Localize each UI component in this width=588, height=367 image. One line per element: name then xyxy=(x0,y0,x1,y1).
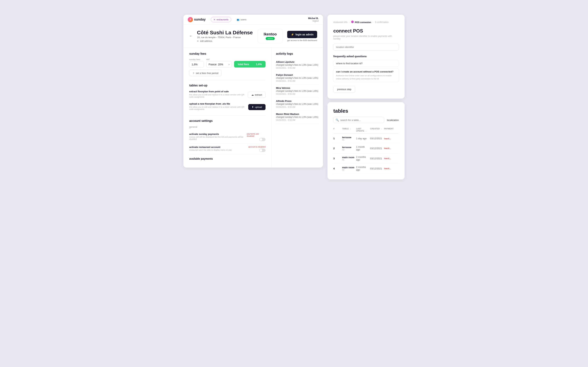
payments-sub: menus will still be displayed but the bi… xyxy=(189,136,247,140)
tables-search-input[interactable] xyxy=(340,119,382,121)
log-time-4: 04/26/2021 - 9:56 AM xyxy=(276,119,319,121)
row-0-name: terrasse #1 xyxy=(342,136,355,141)
vat-select[interactable]: France 20% ▾ xyxy=(206,61,232,67)
row-0-status: inacti... xyxy=(384,137,399,140)
row-0-update: 1 day ago xyxy=(356,137,369,140)
row-2-created: 03/12/2021 xyxy=(370,157,383,160)
extract-btn-label: extract xyxy=(255,93,262,96)
tables-setup-section: tables set-up extract floorplan from poi… xyxy=(189,84,266,112)
location-identifier-input[interactable] xyxy=(333,44,399,50)
log-action-4: changed sunday's fees to 1,9% (was 1,6%) xyxy=(276,116,319,118)
pos-status: online xyxy=(266,37,275,40)
log-action-0: changed sunday's fees to 1,9% (was 1,6%) xyxy=(276,64,319,66)
tables-panel-title: tables xyxy=(333,108,399,114)
faq-item-0[interactable]: where to find location id? xyxy=(333,60,399,67)
log-time-1: 04/26/2021 - 9:56 AM xyxy=(276,80,319,82)
row-2-num: 3 xyxy=(333,157,341,160)
tables-search-row: 🔍 localization xyxy=(333,117,399,123)
step-1[interactable]: restaurant info xyxy=(333,21,347,24)
login-icon: ⚡ xyxy=(291,33,294,36)
row-3-num: 4 xyxy=(333,167,341,170)
tables-search: 🔍 xyxy=(333,117,384,123)
user-name: Michel B. xyxy=(308,17,319,20)
row-0-num: 1 xyxy=(333,137,341,140)
table-row-0[interactable]: 1 terrasse #1 1 day ago 03/12/2021 inact… xyxy=(333,134,399,143)
total-fees-label: total fees xyxy=(238,63,249,66)
login-admin-sub: get access to the B2B dashboard xyxy=(287,39,317,42)
account-toggle[interactable] xyxy=(259,149,266,152)
total-fees-value: 1.6% xyxy=(256,63,262,66)
edit-address-link[interactable]: ✏ edit address xyxy=(197,40,253,42)
vat-select-wrap: VAT France 20% ▾ xyxy=(206,58,232,67)
tab-users[interactable]: 👥 users xyxy=(234,17,249,22)
pos-icon xyxy=(351,21,354,23)
vat-country: France xyxy=(208,63,217,66)
pos-badge: Ikentoo online xyxy=(258,29,283,43)
logo: S sunday xyxy=(188,17,206,22)
vat-percent: 20% xyxy=(218,63,223,66)
payments-toggle-row: activate sunday payments menus will stil… xyxy=(189,131,266,143)
activity-logs-section: activity logs Allison Lipshutz changed s… xyxy=(272,48,323,167)
row-2-name: main room #1 xyxy=(342,156,355,161)
previous-step-button[interactable]: previous step xyxy=(333,86,355,93)
user-area: Michel B. logout xyxy=(308,17,319,22)
tab-restaurants[interactable]: ✕ restaurants xyxy=(211,17,231,22)
connect-pos-sub: please enter your location identifier to… xyxy=(333,35,399,40)
log-user-4: Maren Rhiel Madsen xyxy=(276,113,319,116)
upload-btn-label: upload xyxy=(255,106,262,108)
account-sub: restaurant won't be able to display menu… xyxy=(189,149,232,151)
activity-logs-title: activity logs xyxy=(276,52,319,55)
log-entry-1: Paityn Dorwart changed sunday's fees to … xyxy=(276,71,319,84)
log-time-2: 04/26/2021 - 9:56 AM xyxy=(276,93,319,95)
row-3-update: 2 months ago xyxy=(356,166,369,171)
account-settings-section: account settings general activate sunday… xyxy=(189,119,266,160)
payments-label: activate sunday payments xyxy=(189,133,247,135)
log-user-2: Mira Vetrovs xyxy=(276,87,319,89)
table-row-3[interactable]: 4 main room #2 2 months ago 03/12/2021 i… xyxy=(333,164,399,174)
account-toggle-right: account is disabled xyxy=(248,146,266,152)
step-3[interactable]: 3 confirmation xyxy=(375,21,389,24)
fees-row: sunday fees VAT France 20% ▾ xyxy=(189,58,266,67)
fees-label: sunday fees xyxy=(189,58,204,60)
log-action-3: changed sunday's fees to 1,9% (was 1,6%) xyxy=(276,103,319,105)
restaurant-hero: ← Côté Sushi La Défense 18, rue du templ… xyxy=(183,25,323,48)
table-row-2[interactable]: 3 main room #1 2 months ago 03/12/2021 i… xyxy=(333,153,399,164)
logo-text: sunday xyxy=(194,18,206,21)
log-entry-3: Alfredo Press changed sunday's fees to 1… xyxy=(276,97,319,110)
table-row-1[interactable]: 2 terrasse #2 1 month ago 03/12/2021 ina… xyxy=(333,143,399,153)
extract-info: extract floorplan from point of sale thi… xyxy=(189,90,248,100)
extract-button[interactable]: ☁ extract xyxy=(248,92,266,98)
users-icon: 👥 xyxy=(237,18,239,21)
log-entry-4: Maren Rhiel Madsen changed sunday's fees… xyxy=(276,110,319,124)
table-header: # TABLE ↓ LAST UPDATE ↓ CREATED ↓ PAYMEN… xyxy=(333,126,399,134)
fees-free-button[interactable]: ＋ set a fees free period xyxy=(189,70,221,76)
account-status: account is disabled xyxy=(248,146,266,148)
back-button[interactable]: ← xyxy=(189,34,193,38)
log-entry-0: Allison Lipshutz changed sunday's fees t… xyxy=(276,58,319,71)
log-user-3: Alfredo Press xyxy=(276,100,319,102)
login-admin-button[interactable]: ⚡ login as admin xyxy=(287,31,317,38)
faq-question-0: where to find location id? xyxy=(336,62,363,65)
fees-input[interactable] xyxy=(189,61,204,67)
account-settings-title: account settings xyxy=(189,119,266,123)
login-admin-label: login as admin xyxy=(295,33,313,36)
restaurant-info: Côté Sushi La Défense 18, rue du temple … xyxy=(197,30,253,42)
faq-item-1[interactable]: can I create an account without a POS co… xyxy=(333,68,399,82)
plus-icon: ＋ xyxy=(192,71,195,75)
sunday-fees-section: sunday fees sunday fees VAT France 20% ▾ xyxy=(189,52,266,76)
faq-question-1: can I create an account without a POS co… xyxy=(336,70,396,73)
app-header: S sunday ✕ restaurants 👥 users Michel B.… xyxy=(183,15,323,25)
row-1-name: terrasse #2 xyxy=(342,146,355,151)
chevron-down-icon: ▾ xyxy=(229,64,230,66)
extract-row: extract floorplan from point of sale thi… xyxy=(189,90,266,100)
step-2: POS connexion xyxy=(351,21,371,24)
payments-status: payments are disabled xyxy=(247,133,266,137)
extract-sub: this allow you to edit and replace it to… xyxy=(189,94,248,98)
logo-icon: S xyxy=(188,17,193,22)
log-user-1: Paityn Dorwart xyxy=(276,74,319,76)
row-3-created: 03/12/2021 xyxy=(370,167,383,170)
upload-button[interactable]: ⬆ upload xyxy=(248,104,266,110)
log-action-1: changed sunday's fees to 1,9% (was 1,6%) xyxy=(276,77,319,79)
payments-toggle[interactable] xyxy=(259,138,266,141)
logout-link[interactable]: logout xyxy=(308,20,319,22)
